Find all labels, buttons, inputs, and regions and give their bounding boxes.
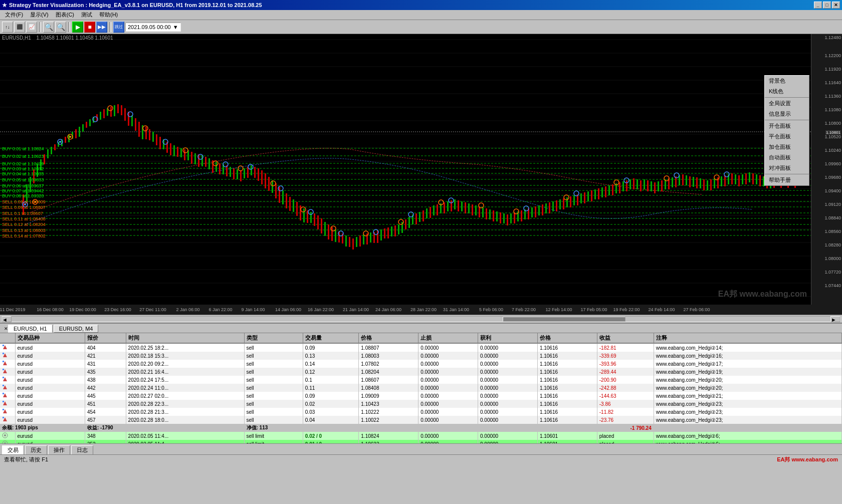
toolbar-btn-1[interactable]: ↑↓ [2, 22, 13, 33]
svg-rect-123 [321, 218, 322, 233]
menu-file[interactable]: 文件(F) [2, 10, 26, 20]
ctx-global-settings[interactable]: 全局设置 [765, 98, 809, 109]
row-icon-cell [0, 400, 15, 408]
minimize-button[interactable]: _ [814, 2, 822, 9]
col-volume[interactable]: 交易量 [303, 333, 359, 343]
time-tick-7: 6 Jan 22:00 [208, 307, 232, 312]
toolbar-datetime[interactable]: 2021.09.05 00:00 ▼ [125, 23, 181, 32]
statusbar: 查看帮忙, 请按 F1 EA邦 www.eabang.com [0, 454, 842, 464]
horizontal-scrollbar[interactable]: ◄ ► [0, 315, 842, 323]
pending-ticket: 348 [85, 432, 126, 440]
toolbar-stop-btn[interactable]: ■ [84, 22, 95, 33]
col-time[interactable]: 时间 [126, 333, 244, 343]
ctx-k-color[interactable]: K线色 [765, 86, 809, 97]
scroll-right-btn[interactable]: ► [830, 316, 840, 322]
row-sl: 0.00000 [418, 360, 478, 368]
tab-log[interactable]: 日志 [71, 445, 93, 454]
table-scroll-area[interactable]: 交易品种 报价 时间 类型 交易量 价格 止损 获利 价格 收益 注释 [0, 333, 842, 443]
svg-rect-43 [40, 159, 42, 170]
ctx-auto-panel[interactable]: 自动面板 [765, 152, 809, 163]
ctx-hedge-panel[interactable]: 对冲面板 [765, 163, 809, 173]
toolbar-btn-chart[interactable]: 📈 [26, 22, 37, 33]
svg-rect-57 [89, 119, 91, 126]
row-comment: www.eabang.com_Hedgi②23; [654, 400, 841, 408]
svg-rect-167 [475, 205, 477, 215]
row-close-price: 1.10616 [537, 384, 597, 392]
toolbar-jump-btn[interactable]: 跳过 [113, 22, 124, 33]
table-row: eurusd 457 2020.02.28 18:0... sell 0.04 … [0, 416, 842, 424]
ctx-help[interactable]: 帮助手册 [765, 175, 809, 185]
close-tab-icon[interactable]: ✕ [4, 326, 8, 331]
scroll-thumb[interactable] [503, 317, 625, 322]
ctx-info-display[interactable]: 信息显示 [765, 109, 809, 119]
col-price[interactable]: 价格 [359, 333, 418, 343]
context-menu[interactable]: 背景色 K线色 全局设置 信息显示 开仓面板 平仓面板 加仓面板 自动面板 对冲… [764, 75, 809, 186]
svg-rect-80 [170, 143, 171, 155]
row-time: 2020.02.27 02:0... [126, 392, 244, 400]
row-time: 2020.02.20 09:2... [126, 360, 244, 368]
trade-direction-icon [2, 344, 8, 350]
scroll-left-btn[interactable]: ◄ [2, 316, 12, 322]
symbol-tab-h1[interactable]: EURUSD, H1 [8, 325, 53, 333]
tab-operation[interactable]: 操作 [48, 445, 70, 454]
trade-table-container: 交易品种 报价 时间 类型 交易量 价格 止损 获利 价格 收益 注释 [0, 333, 842, 443]
maximize-button[interactable]: □ [823, 2, 831, 9]
col-tp[interactable]: 获利 [478, 333, 538, 343]
pending-close-price: 1.10601 [537, 432, 597, 440]
time-tick-13: 28 Jan 22:00 [410, 307, 437, 312]
chart-area[interactable]: EURUSD,H1 1.10458 1.10601 1.10458 1.1060… [0, 34, 842, 305]
toolbar-skip-btn[interactable]: ▶▶ [96, 22, 107, 33]
svg-rect-191 [559, 199, 561, 209]
svg-rect-99 [237, 169, 238, 179]
svg-rect-215 [644, 179, 645, 189]
col-profit[interactable]: 收益 [597, 333, 654, 343]
pending-volume: 0.02 / 0 [303, 432, 359, 440]
svg-rect-313 [3, 353, 4, 354]
ctx-add-panel[interactable]: 加仓面板 [765, 142, 809, 152]
menu-chart[interactable]: 图表(C) [53, 10, 77, 20]
toolbar-btn-2[interactable]: ⬛ [14, 22, 25, 33]
toolbar-zoom-out[interactable]: 🔍 [55, 22, 66, 33]
row-time: 2020.02.21 16:4... [126, 368, 244, 376]
ctx-bg-color[interactable]: 背景色 [765, 76, 809, 86]
ctx-close-panel[interactable]: 平仓面板 [765, 131, 809, 142]
svg-rect-132 [352, 238, 354, 249]
svg-rect-75 [152, 132, 154, 142]
row-type: sell [244, 368, 303, 376]
ctx-open-panel[interactable]: 开仓面板 [765, 121, 809, 131]
toolbar-zoom-in[interactable]: 🔍 [43, 22, 54, 33]
svg-rect-106 [261, 170, 263, 184]
row-ticket: 454 [85, 408, 126, 416]
title-icon: ★ [2, 2, 7, 9]
pending-tp: 0.00000 [478, 432, 538, 440]
col-symbol[interactable]: 交易品种 [15, 333, 85, 343]
symbol-tab-m4[interactable]: EURUSD, M4 [54, 325, 99, 333]
pending-close-price: 1.10601 [537, 440, 597, 443]
row-icon-cell [0, 408, 15, 416]
col-type[interactable]: 类型 [244, 333, 303, 343]
col-comment[interactable]: 注释 [654, 333, 841, 343]
svg-rect-100 [240, 170, 242, 181]
svg-rect-160 [451, 200, 452, 211]
trade-direction-icon [2, 384, 8, 390]
row-volume: 0.1 [303, 376, 359, 384]
row-close-price: 1.10616 [537, 343, 597, 352]
svg-rect-193 [566, 197, 568, 207]
close-button[interactable]: ✕ [832, 2, 840, 9]
tab-history[interactable]: 历史 [25, 445, 47, 454]
row-comment: www.eabang.com_Hedgi②19; [654, 368, 841, 376]
row-icon-cell [0, 360, 15, 368]
svg-rect-212 [633, 178, 635, 189]
summary-row: 余额: 1903 pips 收益: -1790 净值: 113 -1 790.2… [0, 424, 842, 432]
menu-help[interactable]: 帮助(H) [96, 10, 121, 20]
tab-trade[interactable]: 交易 [2, 445, 24, 454]
col-close[interactable]: 价格 [537, 333, 597, 343]
svg-rect-311 [3, 345, 4, 346]
menu-view[interactable]: 显示(V) [27, 10, 52, 20]
menu-test[interactable]: 测试 [78, 10, 95, 20]
svg-rect-183 [531, 207, 533, 217]
col-ticket[interactable]: 报价 [85, 333, 126, 343]
col-sl[interactable]: 止损 [418, 333, 478, 343]
toolbar-play-btn[interactable]: ▶ [72, 22, 83, 33]
row-ticket: 435 [85, 368, 126, 376]
